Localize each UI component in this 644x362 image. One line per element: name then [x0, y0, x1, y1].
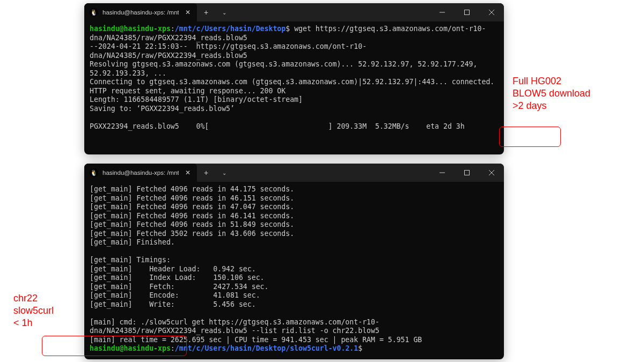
output-line: Resolving gtgseq.s3.amazonaws.com (gtgse… — [90, 60, 481, 77]
tux-icon: 🐧 — [90, 8, 98, 17]
output-line: [get_main] Fetched 4096 reads in 47.047 … — [90, 203, 294, 211]
tab-close-icon[interactable]: ✕ — [183, 169, 193, 176]
tab-title: hasindu@hasindu-xps: /mnt/c — [103, 169, 179, 176]
tab-close-icon[interactable]: ✕ — [183, 9, 193, 16]
output-line: [get_main] Fetched 4096 reads in 44.175 … — [90, 185, 294, 193]
output-line: [get_main] Fetched 4096 reads in 46.141 … — [90, 212, 294, 220]
terminal-window-slow5curl: 🐧 hasindu@hasindu-xps: /mnt/c ✕ + ⌄ [get… — [84, 164, 504, 359]
close-button[interactable] — [479, 3, 504, 21]
highlight-box-realtime — [42, 336, 187, 356]
output-line: [main] cmd: ./slow5curl get https://gtgs… — [90, 318, 379, 335]
tab-active[interactable]: 🐧 hasindu@hasindu-xps: /mnt/c ✕ — [84, 164, 197, 182]
output-line: [get_main] Fetched 4096 reads in 46.151 … — [90, 194, 294, 202]
output-line: [get_main] Index Load: 150.106 sec. — [90, 274, 265, 282]
output-line: [get_main] Write: 5.456 sec. — [90, 300, 256, 308]
output-line: [get_main] Encode: 41.081 sec. — [90, 291, 260, 299]
svg-rect-5 — [465, 171, 470, 175]
minimize-button[interactable] — [430, 3, 455, 21]
tab-dropdown-icon[interactable]: ⌄ — [215, 164, 233, 182]
output-line: [get_main] Fetched 3502 reads in 43.606 … — [90, 230, 294, 238]
maximize-button[interactable] — [455, 164, 479, 182]
terminal-output[interactable]: [get_main] Fetched 4096 reads in 44.175 … — [84, 182, 504, 359]
prompt-path: /mnt/c/Users/hasin/Desktop — [175, 25, 286, 33]
output-line: Connecting to gtgseq.s3.amazonaws.com (g… — [90, 78, 494, 86]
output-line: Saving to: ‘PGXX22394_reads.blow5’ — [90, 105, 235, 113]
prompt-path: /mnt/c/Users/hasin/Desktop/slow5curl-v0.… — [175, 344, 358, 352]
terminal-window-wget: 🐧 hasindu@hasindu-xps: /mnt/c ✕ + ⌄ hasi… — [84, 3, 504, 154]
output-line: --2024-04-21 22:15:03-- https://gtgseq.s… — [90, 42, 367, 60]
close-button[interactable] — [479, 164, 504, 182]
annotation-chr22: chr22slow5curl< 1h — [13, 292, 83, 329]
output-line: [get_main] Timings: — [90, 256, 171, 264]
prompt-dollar: $ — [358, 344, 362, 352]
output-line: [get_main] Finished. — [90, 238, 175, 246]
prompt-user: hasindu@hasindu-xps — [90, 25, 171, 33]
annotation-full-download: Full HG002BLOW5 download>2 days — [513, 75, 631, 112]
tab-active[interactable]: 🐧 hasindu@hasindu-xps: /mnt/c ✕ — [84, 3, 197, 21]
titlebar-drag-area[interactable] — [233, 164, 430, 182]
terminal-output[interactable]: hasindu@hasindu-xps:/mnt/c/Users/hasin/D… — [84, 21, 504, 154]
titlebar[interactable]: 🐧 hasindu@hasindu-xps: /mnt/c ✕ + ⌄ — [84, 164, 504, 182]
output-line: [get_main] Fetch: 2427.534 sec. — [90, 283, 268, 291]
prompt-dollar: $ — [286, 25, 290, 33]
titlebar-drag-area[interactable] — [233, 3, 430, 21]
new-tab-button[interactable]: + — [197, 3, 215, 21]
tux-icon: 🐧 — [90, 168, 98, 177]
new-tab-button[interactable]: + — [197, 164, 215, 182]
minimize-button[interactable] — [430, 164, 455, 182]
output-line: HTTP request sent, awaiting response... … — [90, 87, 286, 95]
titlebar[interactable]: 🐧 hasindu@hasindu-xps: /mnt/c ✕ + ⌄ — [84, 3, 504, 21]
svg-rect-1 — [465, 10, 470, 15]
output-line: [get_main] Header Load: 0.942 sec. — [90, 265, 256, 273]
maximize-button[interactable] — [455, 3, 479, 21]
tab-dropdown-icon[interactable]: ⌄ — [215, 3, 233, 21]
output-line: [get_main] Fetched 4096 reads in 51.849 … — [90, 220, 294, 228]
highlight-box-eta — [499, 127, 561, 147]
output-line: PGXX22394_reads.blow5 0%[ ] 209.33M 5.32… — [90, 122, 473, 130]
tab-title: hasindu@hasindu-xps: /mnt/c — [103, 9, 179, 16]
output-line: Length: 1166584489577 (1.1T) [binary/oct… — [90, 95, 303, 104]
prompt-sep: : — [171, 25, 175, 33]
